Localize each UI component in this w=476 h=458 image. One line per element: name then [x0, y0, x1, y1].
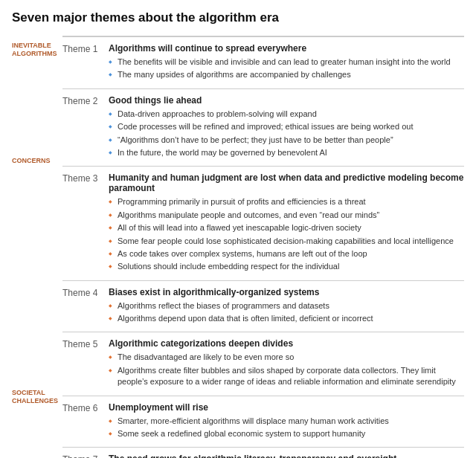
bullet-list-6: Smarter, more-efficient algorithms will … — [109, 416, 464, 440]
theme-content-2: Good things lie aheadData-driven approac… — [109, 95, 464, 161]
theme-section-inner-5: Theme 5Algorithmic categorizations deepe… — [62, 338, 464, 389]
theme-section-7: Theme 7The need grows for algorithmic li… — [62, 448, 464, 458]
theme-label-3: Theme 3 — [62, 172, 109, 274]
theme-section-5: Theme 5Algorithmic categorizations deepe… — [62, 332, 464, 396]
bullet-item: The many upsides of algorithms are accom… — [109, 69, 464, 80]
bullet-item: Smarter, more-efficient algorithms will … — [109, 416, 464, 427]
theme-section-inner-3: Theme 3Humanity and human judgment are l… — [62, 172, 464, 274]
bullet-item: Code processes will be refined and impro… — [109, 121, 464, 132]
theme-title-7: The need grows for algorithmic literacy,… — [109, 454, 464, 458]
side-label-1: CONCERNS — [12, 157, 51, 165]
bullet-item: Algorithms manipulate people and outcome… — [109, 210, 464, 221]
bullet-list-3: Programming primarily in pursuit of prof… — [109, 196, 464, 272]
theme-content-3: Humanity and human judgment are lost whe… — [109, 172, 464, 274]
side-label-0: INEVITABLE ALGORITHMS — [12, 42, 57, 58]
theme-section-1: Theme 1Algorithms will continue to sprea… — [62, 37, 464, 89]
page-title: Seven major themes about the algorithm e… — [12, 10, 464, 25]
bullet-item: Algorithms reflect the biases of program… — [109, 300, 464, 312]
theme-section-inner-4: Theme 4Biases exist in algorithmically-o… — [62, 287, 464, 326]
bullet-item: Algorithms create filter bubbles and sil… — [109, 365, 464, 388]
bullet-item: Some seek a redefined global economic sy… — [109, 428, 464, 439]
theme-title-6: Unemployment will rise — [109, 402, 464, 413]
bullet-item: Programming primarily in pursuit of prof… — [109, 196, 464, 207]
theme-content-1: Algorithms will continue to spread every… — [109, 43, 464, 83]
bullet-item: All of this will lead into a flawed yet … — [109, 222, 464, 233]
theme-content-7: The need grows for algorithmic literacy,… — [109, 454, 464, 458]
bullet-list-5: The disadvantaged are likely to be even … — [109, 352, 464, 387]
bullet-item: Some fear people could lose sophisticate… — [109, 236, 464, 247]
theme-section-6: Theme 6Unemployment will riseSmarter, mo… — [62, 396, 464, 448]
bullet-list-1: The benefits will be visible and invisib… — [109, 57, 464, 81]
bullet-item: Data-driven approaches to problem-solvin… — [109, 109, 464, 120]
theme-label-5: Theme 5 — [62, 338, 109, 389]
main-container: Seven major themes about the algorithm e… — [0, 0, 476, 458]
theme-title-1: Algorithms will continue to spread every… — [109, 43, 464, 54]
bullet-item: Algorithms depend upon data that is ofte… — [109, 313, 464, 324]
bullet-item: As code takes over complex systems, huma… — [109, 248, 464, 259]
bullet-item: Solutions should include embedding respe… — [109, 261, 464, 272]
theme-title-3: Humanity and human judgment are lost whe… — [109, 172, 464, 193]
theme-content-4: Biases exist in algorithmically-organize… — [109, 287, 464, 326]
theme-content-5: Algorithmic categorizations deepen divid… — [109, 338, 464, 389]
theme-label-2: Theme 2 — [62, 95, 109, 161]
side-labels: INEVITABLE ALGORITHMSCONCERNSSOCIETAL CH… — [12, 36, 62, 458]
theme-section-inner-7: Theme 7The need grows for algorithmic li… — [62, 454, 464, 458]
bullet-item: In the future, the world may be governed… — [109, 147, 464, 158]
theme-section-3: Theme 3Humanity and human judgment are l… — [62, 167, 464, 280]
side-label-2: SOCIETAL CHALLENGES — [12, 389, 58, 405]
theme-section-inner-6: Theme 6Unemployment will riseSmarter, mo… — [62, 402, 464, 442]
theme-label-7: Theme 7 — [62, 454, 109, 458]
theme-section-4: Theme 4Biases exist in algorithmically-o… — [62, 281, 464, 333]
themes-area: Theme 1Algorithms will continue to sprea… — [62, 36, 464, 458]
bullet-item: The disadvantaged are likely to be even … — [109, 352, 464, 363]
bullet-item: “Algorithms don’t have to be perfect; th… — [109, 135, 464, 146]
theme-content-6: Unemployment will riseSmarter, more-effi… — [109, 402, 464, 442]
theme-section-inner-2: Theme 2Good things lie aheadData-driven … — [62, 95, 464, 161]
bullet-list-4: Algorithms reflect the biases of program… — [109, 300, 464, 325]
bullet-item: The benefits will be visible and invisib… — [109, 57, 464, 68]
bullet-list-2: Data-driven approaches to problem-solvin… — [109, 109, 464, 159]
theme-label-6: Theme 6 — [62, 402, 109, 442]
theme-label-1: Theme 1 — [62, 43, 109, 83]
theme-title-5: Algorithmic categorizations deepen divid… — [109, 338, 464, 349]
content-area: INEVITABLE ALGORITHMSCONCERNSSOCIETAL CH… — [12, 36, 464, 458]
theme-title-2: Good things lie ahead — [109, 95, 464, 106]
theme-label-4: Theme 4 — [62, 287, 109, 326]
theme-section-2: Theme 2Good things lie aheadData-driven … — [62, 89, 464, 167]
theme-title-4: Biases exist in algorithmically-organize… — [109, 287, 464, 297]
theme-section-inner-1: Theme 1Algorithms will continue to sprea… — [62, 43, 464, 83]
